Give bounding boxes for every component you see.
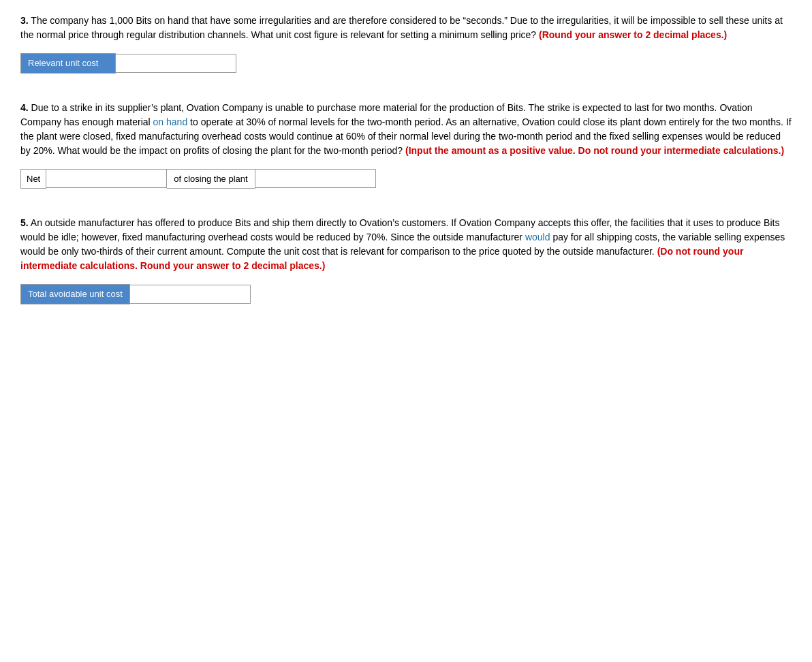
question-5-blue1: would (525, 232, 550, 242)
question-3-number: 3. (20, 15, 29, 26)
question-4-middle-text: of closing the plant (167, 169, 255, 189)
question-4-input1-cell[interactable] (46, 169, 167, 188)
question-4-input2[interactable] (258, 173, 373, 183)
question-3-block: 3. The company has 1,000 Bits on hand th… (20, 14, 792, 74)
question-5-input-cell[interactable] (130, 285, 251, 304)
question-5-input-row: Total avoidable unit cost (20, 284, 792, 304)
question-4-input2-cell[interactable] (255, 169, 376, 188)
question-4-blue1: on hand (153, 116, 188, 127)
question-4-number: 4. (20, 102, 29, 113)
question-4-input1[interactable] (49, 173, 163, 183)
question-3-label: Relevant unit cost (20, 53, 116, 74)
question-4-input-row: Net of closing the plant (20, 169, 792, 189)
question-3-input-row: Relevant unit cost (20, 53, 792, 74)
question-4-instruction: (Input the amount as a positive value. D… (405, 145, 784, 156)
question-3-input[interactable] (119, 58, 233, 68)
question-4-text: 4. Due to a strike in its supplier’s pla… (20, 101, 792, 158)
question-4-block: 4. Due to a strike in its supplier’s pla… (20, 101, 792, 189)
question-5-text: 5. An outside manufacturer has offered t… (20, 216, 792, 273)
question-4-net-label: Net (20, 169, 46, 189)
question-5-block: 5. An outside manufacturer has offered t… (20, 216, 792, 304)
question-3-text: 3. The company has 1,000 Bits on hand th… (20, 14, 792, 42)
question-3-instruction: (Round your answer to 2 decimal places.) (539, 29, 727, 40)
question-5-number: 5. (20, 217, 29, 228)
question-3-input-cell[interactable] (116, 54, 236, 73)
question-5-input[interactable] (133, 289, 247, 299)
question-5-label: Total avoidable unit cost (20, 284, 130, 304)
